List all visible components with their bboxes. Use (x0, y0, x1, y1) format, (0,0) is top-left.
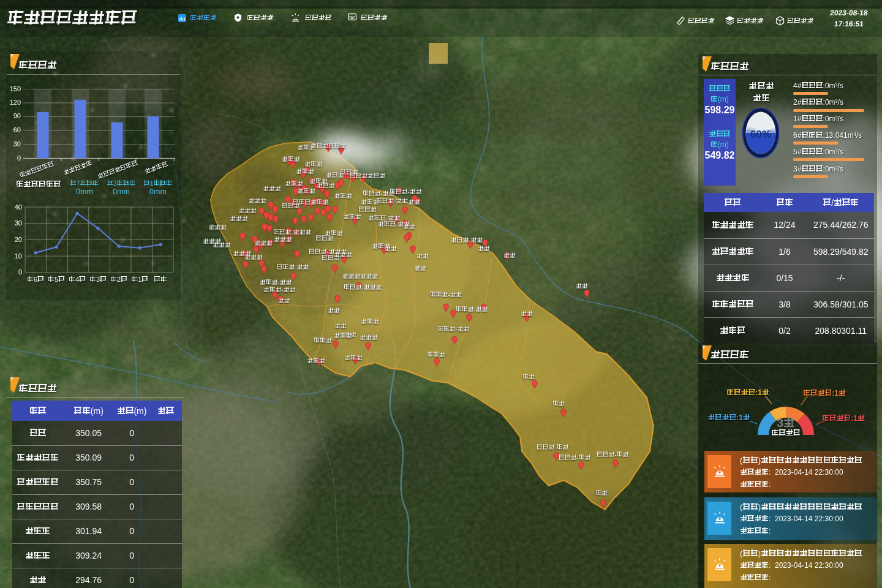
svg-text:60: 60 (13, 126, 21, 134)
svg-text:0: 0 (17, 154, 21, 162)
svg-text:0: 0 (18, 268, 22, 276)
svg-text:30: 30 (15, 219, 22, 227)
svg-text:40: 40 (15, 203, 22, 211)
svg-text:20: 20 (15, 236, 22, 243)
svg-text:90: 90 (13, 112, 21, 119)
svg-text:120: 120 (10, 99, 21, 106)
svg-text:30: 30 (13, 140, 21, 148)
svg-text:150: 150 (10, 85, 21, 92)
svg-text:60%: 60% (750, 129, 771, 140)
svg-text:10: 10 (15, 252, 22, 260)
